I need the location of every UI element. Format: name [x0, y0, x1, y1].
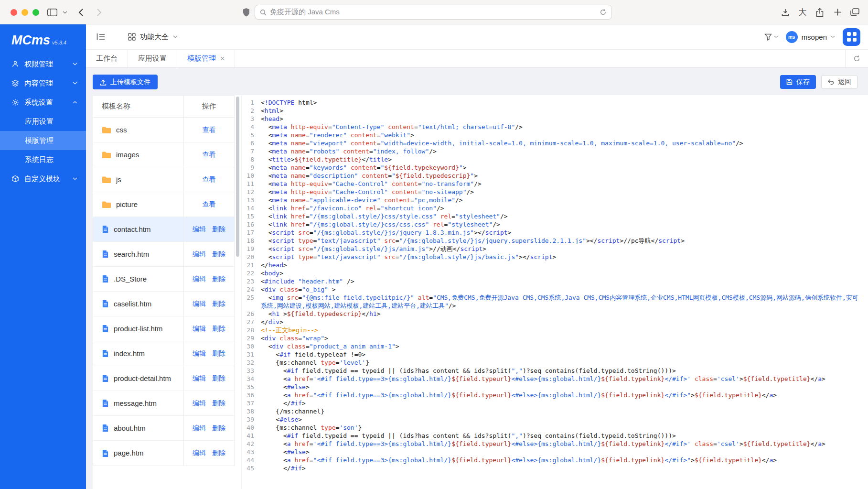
sidebar-item-permission[interactable]: 权限管理 — [0, 54, 86, 74]
scrollbar-thumb[interactable] — [236, 97, 239, 257]
privacy-shield-icon[interactable] — [240, 0, 252, 24]
sidebar-item-settings[interactable]: 系统设置 — [0, 93, 86, 112]
table-row[interactable]: .DS_Store编辑删除 — [93, 267, 234, 292]
table-header: 模板名称 操作 — [93, 96, 234, 118]
table-row[interactable]: js查看 — [93, 167, 234, 192]
edit-link[interactable]: 编辑 — [193, 449, 206, 457]
table-row[interactable]: caselist.htm编辑删除 — [93, 292, 234, 316]
text-size-icon[interactable]: 大 — [797, 0, 808, 24]
edit-link[interactable]: 编辑 — [193, 325, 206, 333]
sidebar-item-module[interactable]: 自定义模块 — [0, 169, 86, 188]
editor-line: 27</div> — [242, 318, 868, 326]
actions-cell: 查看 — [184, 167, 234, 192]
new-tab-icon[interactable] — [832, 0, 843, 24]
tabs-overview-icon[interactable] — [849, 0, 860, 24]
topbar: 功能大全 ms msopen — [86, 24, 868, 50]
edit-link[interactable]: 编辑 — [193, 250, 206, 259]
sidebar-subitem-2-0[interactable]: 应用设置 — [0, 112, 86, 131]
delete-link[interactable]: 删除 — [212, 449, 225, 457]
editor-line: 14 <link href="/favicon.ico" rel="shortc… — [242, 204, 868, 212]
view-link[interactable]: 查看 — [203, 200, 216, 209]
table-row[interactable]: css查看 — [93, 118, 234, 142]
name-cell: css — [93, 118, 184, 142]
filter-menu[interactable] — [764, 33, 778, 41]
delete-link[interactable]: 删除 — [212, 225, 225, 234]
file-name: css — [116, 125, 127, 135]
minimize-window-button[interactable] — [21, 9, 28, 16]
column-header-name: 模板名称 — [93, 96, 184, 117]
zoom-window-button[interactable] — [32, 9, 39, 16]
file-name: about.htm — [114, 424, 146, 433]
share-icon[interactable] — [814, 0, 825, 24]
save-button[interactable]: 保存 — [780, 75, 816, 89]
collapse-sidebar-icon[interactable] — [96, 33, 105, 41]
tab-0[interactable]: 工作台 — [86, 50, 128, 67]
close-icon[interactable]: × — [220, 55, 225, 63]
feature-menu-label: 功能大全 — [140, 33, 169, 42]
edit-link[interactable]: 编辑 — [193, 225, 206, 234]
table-row[interactable]: product-detail.htm编辑删除 — [93, 366, 234, 391]
code-line: <meta name="description" content="${fiel… — [261, 172, 868, 180]
name-cell: .DS_Store — [93, 267, 184, 291]
sidebar-item-content[interactable]: 内容管理 — [0, 74, 86, 93]
code-line: <meta name="applicable-device" content="… — [261, 196, 868, 204]
download-icon[interactable] — [780, 0, 791, 24]
table-row[interactable]: index.htm编辑删除 — [93, 341, 234, 366]
view-link[interactable]: 查看 — [203, 151, 216, 159]
table-row[interactable]: contact.htm编辑删除 — [93, 217, 234, 242]
delete-link[interactable]: 删除 — [212, 325, 225, 333]
reload-icon[interactable] — [600, 9, 607, 16]
tab-2[interactable]: 模版管理× — [177, 50, 235, 67]
view-link[interactable]: 查看 — [203, 175, 216, 184]
apps-grid-button[interactable] — [843, 28, 860, 46]
user-menu[interactable]: ms msopen — [786, 31, 835, 43]
delete-link[interactable]: 删除 — [212, 275, 225, 283]
refresh-tab-icon[interactable] — [845, 50, 868, 67]
back-button[interactable]: 返回 — [821, 75, 857, 89]
edit-link[interactable]: 编辑 — [193, 374, 206, 383]
chevron-down-icon[interactable] — [62, 0, 68, 24]
tab-1[interactable]: 应用设置 — [128, 50, 177, 67]
view-link[interactable]: 查看 — [203, 126, 216, 134]
table-row[interactable]: picture查看 — [93, 192, 234, 217]
template-file-table: 模板名称 操作 css查看images查看js查看picture查看contac… — [93, 95, 235, 466]
close-window-button[interactable] — [11, 9, 17, 16]
delete-link[interactable]: 删除 — [212, 300, 225, 308]
editor-line: 18 <script type="text/javascript" src="/… — [242, 237, 868, 245]
sidebar-toggle-icon[interactable] — [45, 0, 59, 24]
address-bar[interactable]: 免疫开源的 Java Cms — [255, 5, 612, 20]
file-name: caselist.htm — [114, 299, 151, 309]
sidebar-subitem-2-2[interactable]: 系统日志 — [0, 150, 86, 169]
code-editor[interactable]: 1<!DOCTYPE html>2<html>3<head>4 <meta ht… — [241, 95, 868, 489]
edit-link[interactable]: 编辑 — [193, 349, 206, 358]
table-row[interactable]: page.htm编辑删除 — [93, 441, 234, 466]
back-icon[interactable] — [75, 0, 86, 24]
table-row[interactable]: search.htm编辑删除 — [93, 242, 234, 267]
edit-link[interactable]: 编辑 — [193, 424, 206, 433]
delete-link[interactable]: 删除 — [212, 374, 225, 383]
table-row[interactable]: about.htm编辑删除 — [93, 416, 234, 441]
table-row[interactable]: product-list.htm编辑删除 — [93, 316, 234, 341]
edit-link[interactable]: 编辑 — [193, 399, 206, 408]
line-number: 27 — [242, 318, 261, 326]
table-row[interactable]: message.htm编辑删除 — [93, 391, 234, 416]
file-name: .DS_Store — [114, 274, 147, 284]
editor-line: 32 {ms:channel type='level'} — [242, 359, 868, 367]
upload-template-button[interactable]: 上传模板文件 — [93, 75, 158, 89]
name-cell: contact.htm — [93, 217, 184, 241]
forward-icon[interactable] — [94, 0, 104, 24]
editor-line: 31 <#if field.typeleaf !=0> — [242, 350, 868, 359]
delete-link[interactable]: 删除 — [212, 349, 225, 358]
delete-link[interactable]: 删除 — [212, 399, 225, 408]
delete-link[interactable]: 删除 — [212, 250, 225, 259]
edit-link[interactable]: 编辑 — [193, 275, 206, 283]
editor-line: 38 {/ms:channel} — [242, 407, 868, 415]
editor-line: 40 {ms:channel type='son'} — [242, 424, 868, 432]
edit-link[interactable]: 编辑 — [193, 300, 206, 308]
feature-menu[interactable]: 功能大全 — [128, 33, 178, 42]
chevron-down-icon — [173, 35, 178, 38]
delete-link[interactable]: 删除 — [212, 424, 225, 433]
app-logo: MCms v5.3.4 — [0, 24, 86, 54]
table-row[interactable]: images查看 — [93, 142, 234, 167]
sidebar-subitem-2-1[interactable]: 模版管理 — [0, 131, 86, 150]
